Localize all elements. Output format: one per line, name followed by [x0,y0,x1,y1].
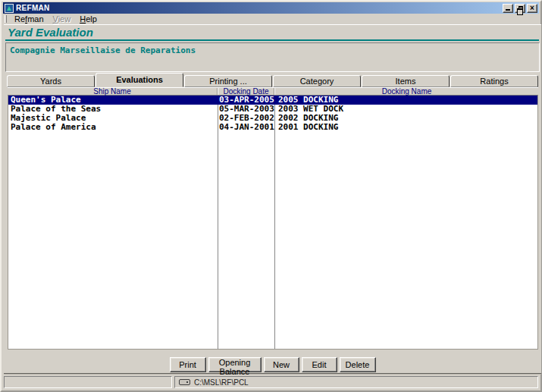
cell-docking-date: 03-APR-2005 [218,96,275,105]
cell-docking-name: 2002 DOCKING [275,114,537,123]
working-directory: C:\MSL\RF\PCL [194,378,249,387]
opening-balance-button[interactable]: Opening Balance [208,357,262,372]
delete-button[interactable]: Delete [340,357,376,372]
table-header: Ship Name Docking Date Docking Name [8,87,538,96]
window-controls: × [503,4,537,13]
company-box: Compagnie Marseillaise de Reparations [5,42,540,72]
cell-ship-name: Palace of the Seas [8,105,218,114]
menu-view[interactable]: View [49,14,76,24]
print-button[interactable]: Print [170,357,206,372]
minimize-icon [506,9,510,11]
status-panel-path: C:\MSL\RF\PCL [174,376,538,388]
menu-bar: Refman View Help [3,14,539,24]
status-panel-left [4,376,172,388]
drive-icon [179,379,190,385]
close-icon: × [528,5,537,12]
close-button[interactable]: × [527,4,537,13]
company-name: Compagnie Marseillaise de Reparations [10,45,196,55]
cell-docking-name: 2005 DOCKING [275,96,537,105]
title-rule [5,39,539,41]
table-row[interactable]: Palace of the Seas 05-MAR-2003 2003 WET … [8,105,537,114]
new-button[interactable]: New [264,357,299,372]
app-icon [5,4,14,13]
client-area: Yard Evaluation Compagnie Marseillaise d… [4,24,541,375]
evaluations-table: Ship Name Docking Date Docking Name Quee… [8,87,538,350]
title-bar[interactable]: REFMAN × [3,2,539,14]
cell-docking-name: 2003 WET DOCK [275,105,537,114]
restore-icon [519,6,523,11]
menu-refman[interactable]: Refman [10,14,49,24]
minimize-button[interactable] [503,4,513,13]
cell-ship-name: Palace of America [8,123,218,132]
cell-docking-name: 2001 DOCKING [275,123,537,132]
page-title: Yard Evaluation [8,26,93,39]
column-header-docking-name: Docking Name [274,88,538,95]
edit-button[interactable]: Edit [302,357,337,372]
table-row[interactable]: Palace of America 04-JAN-2001 2001 DOCKI… [8,123,537,132]
table-row[interactable]: Majestic Palace 02-FEB-2002 2002 DOCKING [8,114,537,123]
cell-ship-name: Queen's Palace [8,96,218,105]
refman-window: REFMAN × Refman View Help Yard Evaluatio… [0,0,542,392]
cell-docking-date: 02-FEB-2002 [218,114,275,123]
menu-help[interactable]: Help [75,14,102,24]
tab-printing[interactable]: Printing ... [184,75,272,87]
cell-docking-date: 04-JAN-2001 [218,123,275,132]
table-row[interactable]: Queen's Palace 03-APR-2005 2005 DOCKING [8,96,537,105]
tab-items[interactable]: Items [362,75,450,87]
window-title: REFMAN [16,4,503,12]
tab-evaluations[interactable]: Evaluations [96,73,183,87]
column-header-ship-name: Ship Name [8,88,218,95]
tab-category[interactable]: Category [273,75,361,87]
menu-grip[interactable] [5,15,7,23]
action-buttons: Print Opening Balance New Edit Delete [4,357,541,372]
status-bar: C:\MSL\RF\PCL [4,376,538,388]
restore-button[interactable] [515,4,525,13]
tab-ratings[interactable]: Ratings [450,75,538,87]
column-divider [274,96,275,349]
cell-ship-name: Majestic Palace [8,114,218,123]
table-body: Queen's Palace 03-APR-2005 2005 DOCKING … [8,96,538,350]
column-divider [218,96,218,349]
tab-strip: Yards Evaluations Printing ... Category … [7,73,539,87]
column-header-docking-date: Docking Date [218,88,274,95]
tab-yards[interactable]: Yards [7,75,95,87]
cell-docking-date: 05-MAR-2003 [218,105,275,114]
